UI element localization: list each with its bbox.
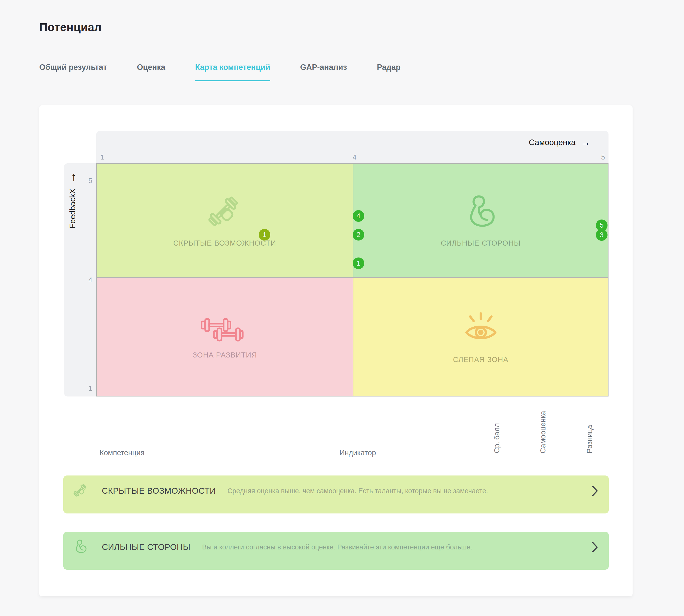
competency-map-card: Самооценка → 1 4 5 ↑ FeedbackX 5 4 1 (39, 105, 633, 596)
column-header-self-assessment: Самооценка (539, 411, 547, 453)
chevron-right-icon[interactable] (592, 485, 599, 497)
bicep-icon (72, 539, 89, 555)
dumbbells-icon (199, 315, 250, 344)
row-title: СИЛЬНЫЕ СТОРОНЫ (102, 542, 191, 552)
arrow-up-icon: ↑ (71, 171, 77, 182)
page-title: Потенциал (39, 21, 102, 34)
y-axis-strip: ↑ FeedbackX 5 4 1 (64, 163, 96, 396)
row-title: СКРЫТЫЕ ВОЗМОЖНОСТИ (102, 486, 216, 496)
bicep-icon (461, 194, 501, 232)
tab-competency-map[interactable]: Карта компетенций (195, 63, 270, 81)
row-strengths[interactable]: СИЛЬНЫЕ СТОРОНЫ Вы и коллеги согласны в … (63, 532, 609, 570)
quadrant-hidden-opportunities: СКРЫТЫЕ ВОЗМОЖНОСТИ (97, 164, 352, 277)
column-header-indicator: Индикатор (340, 449, 376, 457)
point-badge-4[interactable]: 4 (352, 210, 364, 222)
y-axis-tick-1: 1 (88, 384, 92, 392)
y-axis-tick-5: 5 (88, 177, 92, 185)
column-header-avg-score: Ср. балл (493, 423, 501, 453)
tab-radar[interactable]: Радар (377, 63, 401, 81)
column-header-competency: Компетенция (100, 449, 144, 457)
tab-gap-analysis[interactable]: GAP-анализ (300, 63, 347, 81)
y-axis-tick-4: 4 (88, 276, 92, 284)
eye-icon (461, 310, 501, 348)
chevron-right-icon[interactable] (592, 542, 599, 553)
tab-overall-result[interactable]: Общий результат (39, 63, 107, 81)
point-badge-1[interactable]: 1 (352, 258, 364, 269)
x-axis-tick-5: 5 (601, 153, 605, 161)
quadrant-strengths: СИЛЬНЫЕ СТОРОНЫ (354, 164, 608, 277)
row-hidden-opportunities[interactable]: СКРЫТЫЕ ВОЗМОЖНОСТИ Средняя оценка выше,… (63, 476, 609, 513)
hand-dumbbell-icon (72, 483, 89, 499)
point-badge-2[interactable]: 2 (352, 229, 364, 241)
column-header-difference: Разница (585, 425, 594, 453)
tab-bar: Общий результат Оценка Карта компетенций… (39, 63, 401, 81)
x-axis-label: Самооценка → (529, 137, 590, 147)
quadrant-label: СЛЕПАЯ ЗОНА (453, 355, 509, 364)
tab-assessment[interactable]: Оценка (137, 63, 165, 81)
quadrant-development-zone: ЗОНА РАЗВИТИЯ (97, 278, 352, 396)
quadrant-blind-zone: СЛЕПАЯ ЗОНА (354, 278, 608, 396)
point-badge-1-hidden[interactable]: 1 (259, 229, 270, 241)
x-axis-tick-4: 4 (352, 153, 357, 161)
quadrant-label: ЗОНА РАЗВИТИЯ (193, 351, 257, 359)
y-axis-label: FeedbackX (68, 189, 77, 228)
quadrant-label: СКРЫТЫЕ ВОЗМОЖНОСТИ (173, 239, 276, 247)
quadrant-grid: СКРЫТЫЕ ВОЗМОЖНОСТИ СИЛЬНЫЕ СТОРОНЫ (96, 163, 608, 396)
hand-dumbbell-icon (206, 194, 244, 232)
x-axis-label-text: Самооценка (529, 138, 576, 147)
x-axis-strip: Самооценка → 1 4 5 (96, 131, 608, 163)
arrow-right-icon: → (581, 137, 590, 147)
quadrant-label: СИЛЬНЫЕ СТОРОНЫ (441, 239, 521, 247)
x-axis-tick-1: 1 (100, 153, 104, 161)
row-indicator-text: Средняя оценка выше, чем самооценка. Ест… (228, 487, 488, 495)
row-indicator-text: Вы и коллеги согласны в высокой оценке. … (202, 543, 472, 551)
point-badge-3[interactable]: 3 (596, 229, 607, 241)
